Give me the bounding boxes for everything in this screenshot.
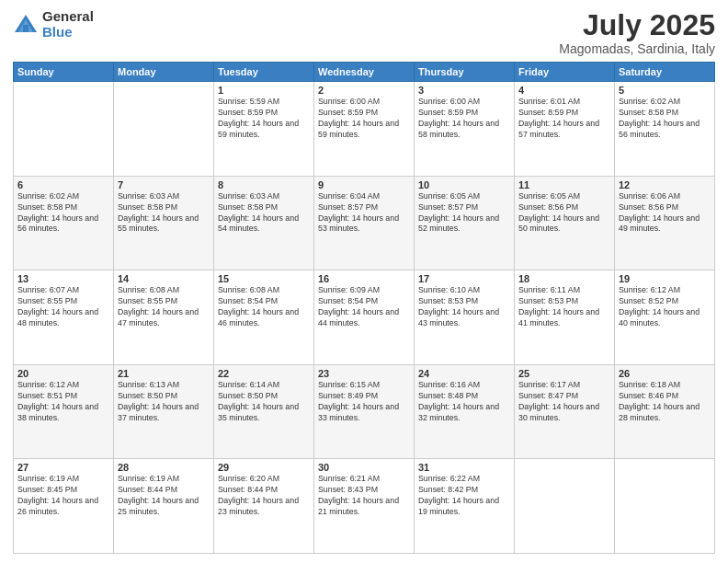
cell-sun-info: Sunrise: 6:19 AM Sunset: 8:45 PM Dayligh… — [17, 474, 109, 518]
cell-sun-info: Sunrise: 6:18 AM Sunset: 8:46 PM Dayligh… — [619, 380, 711, 424]
cell-sun-info: Sunrise: 6:08 AM Sunset: 8:54 PM Dayligh… — [218, 285, 310, 329]
cell-day-number: 27 — [17, 462, 109, 473]
cell-sun-info: Sunrise: 6:12 AM Sunset: 8:52 PM Dayligh… — [619, 285, 711, 329]
table-row: 19Sunrise: 6:12 AM Sunset: 8:52 PM Dayli… — [615, 270, 715, 365]
logo-icon — [13, 12, 39, 38]
table-row: 23Sunrise: 6:15 AM Sunset: 8:49 PM Dayli… — [314, 364, 415, 459]
logo-blue-text: Blue — [42, 25, 94, 40]
table-row — [114, 82, 214, 177]
cell-sun-info: Sunrise: 6:00 AM Sunset: 8:59 PM Dayligh… — [418, 97, 510, 141]
logo-text: General Blue — [42, 9, 94, 40]
cell-sun-info: Sunrise: 6:03 AM Sunset: 8:58 PM Dayligh… — [118, 191, 210, 236]
table-row: 14Sunrise: 6:08 AM Sunset: 8:55 PM Dayli… — [114, 270, 214, 365]
table-row: 25Sunrise: 6:17 AM Sunset: 8:47 PM Dayli… — [515, 364, 615, 459]
table-row: 26Sunrise: 6:18 AM Sunset: 8:46 PM Dayli… — [615, 364, 715, 459]
table-row: 2Sunrise: 6:00 AM Sunset: 8:59 PM Daylig… — [314, 82, 415, 177]
cell-sun-info: Sunrise: 6:08 AM Sunset: 8:55 PM Dayligh… — [118, 285, 210, 329]
table-row: 15Sunrise: 6:08 AM Sunset: 8:54 PM Dayli… — [214, 270, 314, 365]
cell-sun-info: Sunrise: 6:02 AM Sunset: 8:58 PM Dayligh… — [17, 191, 109, 236]
table-row: 16Sunrise: 6:09 AM Sunset: 8:54 PM Dayli… — [314, 270, 415, 365]
cell-day-number: 12 — [619, 179, 711, 190]
table-row: 18Sunrise: 6:11 AM Sunset: 8:53 PM Dayli… — [515, 270, 615, 365]
cell-sun-info: Sunrise: 6:20 AM Sunset: 8:44 PM Dayligh… — [218, 474, 310, 518]
header-row: Sunday Monday Tuesday Wednesday Thursday… — [14, 63, 715, 82]
calendar-week-row: 20Sunrise: 6:12 AM Sunset: 8:51 PM Dayli… — [14, 364, 715, 459]
calendar-week-row: 13Sunrise: 6:07 AM Sunset: 8:55 PM Dayli… — [14, 270, 715, 365]
table-row: 11Sunrise: 6:05 AM Sunset: 8:56 PM Dayli… — [515, 176, 615, 270]
table-row: 9Sunrise: 6:04 AM Sunset: 8:57 PM Daylig… — [314, 176, 415, 270]
table-row: 7Sunrise: 6:03 AM Sunset: 8:58 PM Daylig… — [114, 176, 214, 270]
col-friday: Friday — [515, 63, 615, 82]
cell-day-number: 20 — [17, 368, 109, 379]
table-row: 21Sunrise: 6:13 AM Sunset: 8:50 PM Dayli… — [114, 364, 214, 459]
cell-day-number: 22 — [218, 368, 310, 379]
cell-sun-info: Sunrise: 6:15 AM Sunset: 8:49 PM Dayligh… — [318, 380, 410, 424]
cell-sun-info: Sunrise: 6:10 AM Sunset: 8:53 PM Dayligh… — [418, 285, 510, 329]
cell-day-number: 28 — [118, 462, 210, 473]
col-thursday: Thursday — [415, 63, 515, 82]
cell-day-number: 5 — [619, 85, 711, 96]
col-sunday: Sunday — [14, 63, 114, 82]
cell-sun-info: Sunrise: 6:21 AM Sunset: 8:43 PM Dayligh… — [318, 474, 410, 518]
cell-sun-info: Sunrise: 6:16 AM Sunset: 8:48 PM Dayligh… — [418, 380, 510, 424]
cell-day-number: 9 — [318, 179, 410, 190]
calendar-week-row: 1Sunrise: 5:59 AM Sunset: 8:59 PM Daylig… — [14, 82, 715, 177]
cell-sun-info: Sunrise: 6:05 AM Sunset: 8:57 PM Dayligh… — [418, 191, 510, 236]
col-tuesday: Tuesday — [214, 63, 314, 82]
cell-day-number: 18 — [518, 273, 610, 284]
svg-rect-2 — [23, 25, 28, 32]
table-row: 8Sunrise: 6:03 AM Sunset: 8:58 PM Daylig… — [214, 176, 314, 270]
table-row: 6Sunrise: 6:02 AM Sunset: 8:58 PM Daylig… — [14, 176, 114, 270]
table-row: 29Sunrise: 6:20 AM Sunset: 8:44 PM Dayli… — [214, 459, 314, 554]
cell-day-number: 8 — [218, 179, 310, 190]
page: General Blue July 2025 Magomadas, Sardin… — [0, 0, 728, 563]
cell-sun-info: Sunrise: 6:04 AM Sunset: 8:57 PM Dayligh… — [318, 191, 410, 236]
cell-day-number: 30 — [318, 462, 410, 473]
logo-general-text: General — [42, 9, 94, 25]
cell-day-number: 23 — [318, 368, 410, 379]
cell-sun-info: Sunrise: 6:02 AM Sunset: 8:58 PM Dayligh… — [619, 97, 711, 141]
cell-sun-info: Sunrise: 6:13 AM Sunset: 8:50 PM Dayligh… — [118, 380, 210, 424]
header: General Blue July 2025 Magomadas, Sardin… — [13, 9, 715, 56]
cell-sun-info: Sunrise: 5:59 AM Sunset: 8:59 PM Dayligh… — [218, 97, 310, 141]
cell-day-number: 17 — [418, 273, 510, 284]
cell-day-number: 16 — [318, 273, 410, 284]
table-row: 28Sunrise: 6:19 AM Sunset: 8:44 PM Dayli… — [114, 459, 214, 554]
cell-sun-info: Sunrise: 6:01 AM Sunset: 8:59 PM Dayligh… — [518, 97, 610, 141]
month-title: July 2025 — [559, 9, 715, 41]
table-row: 22Sunrise: 6:14 AM Sunset: 8:50 PM Dayli… — [214, 364, 314, 459]
cell-sun-info: Sunrise: 6:03 AM Sunset: 8:58 PM Dayligh… — [218, 191, 310, 236]
location: Magomadas, Sardinia, Italy — [559, 41, 715, 56]
table-row: 1Sunrise: 5:59 AM Sunset: 8:59 PM Daylig… — [214, 82, 314, 177]
cell-day-number: 6 — [17, 179, 109, 190]
cell-sun-info: Sunrise: 6:05 AM Sunset: 8:56 PM Dayligh… — [518, 191, 610, 236]
col-monday: Monday — [114, 63, 214, 82]
table-row: 10Sunrise: 6:05 AM Sunset: 8:57 PM Dayli… — [415, 176, 515, 270]
table-row: 13Sunrise: 6:07 AM Sunset: 8:55 PM Dayli… — [14, 270, 114, 365]
table-row: 31Sunrise: 6:22 AM Sunset: 8:42 PM Dayli… — [415, 459, 515, 554]
table-row: 17Sunrise: 6:10 AM Sunset: 8:53 PM Dayli… — [415, 270, 515, 365]
cell-day-number: 11 — [518, 179, 610, 190]
cell-sun-info: Sunrise: 6:00 AM Sunset: 8:59 PM Dayligh… — [318, 97, 410, 141]
table-row: 12Sunrise: 6:06 AM Sunset: 8:56 PM Dayli… — [615, 176, 715, 270]
cell-sun-info: Sunrise: 6:19 AM Sunset: 8:44 PM Dayligh… — [118, 474, 210, 518]
table-row: 3Sunrise: 6:00 AM Sunset: 8:59 PM Daylig… — [415, 82, 515, 177]
cell-day-number: 13 — [17, 273, 109, 284]
col-wednesday: Wednesday — [314, 63, 415, 82]
table-row — [14, 82, 114, 177]
calendar-week-row: 27Sunrise: 6:19 AM Sunset: 8:45 PM Dayli… — [14, 459, 715, 554]
table-row: 24Sunrise: 6:16 AM Sunset: 8:48 PM Dayli… — [415, 364, 515, 459]
cell-day-number: 10 — [418, 179, 510, 190]
cell-day-number: 31 — [418, 462, 510, 473]
cell-day-number: 25 — [518, 368, 610, 379]
cell-sun-info: Sunrise: 6:11 AM Sunset: 8:53 PM Dayligh… — [518, 285, 610, 329]
cell-day-number: 24 — [418, 368, 510, 379]
table-row: 27Sunrise: 6:19 AM Sunset: 8:45 PM Dayli… — [14, 459, 114, 554]
cell-day-number: 15 — [218, 273, 310, 284]
cell-day-number: 19 — [619, 273, 711, 284]
table-row: 4Sunrise: 6:01 AM Sunset: 8:59 PM Daylig… — [515, 82, 615, 177]
cell-day-number: 14 — [118, 273, 210, 284]
cell-day-number: 2 — [318, 85, 410, 96]
cell-day-number: 7 — [118, 179, 210, 190]
cell-day-number: 29 — [218, 462, 310, 473]
